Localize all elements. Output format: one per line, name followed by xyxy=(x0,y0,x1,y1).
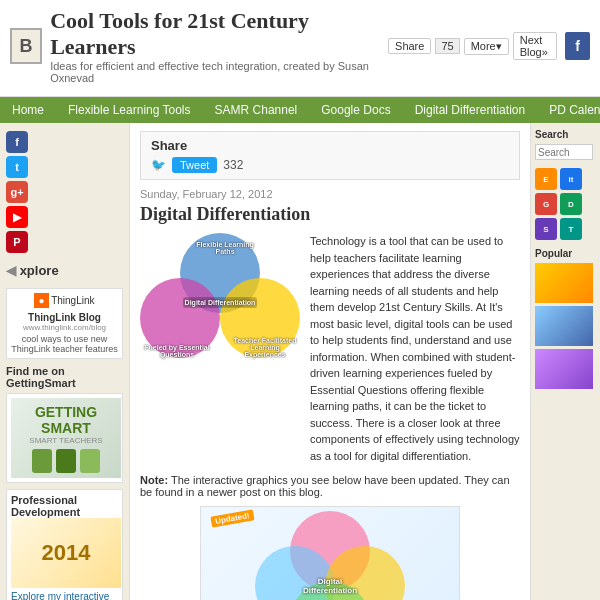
updated-badge: Updated! xyxy=(210,509,254,527)
gs-people xyxy=(32,449,100,473)
left-sidebar: f t g+ ▶ P ◀ xplore ● ThingLink ThingLin… xyxy=(0,123,130,600)
share-section: Share 🐦 Tweet 332 xyxy=(140,131,520,180)
fb-header-icon[interactable]: f xyxy=(565,32,590,60)
nav-digital-diff[interactable]: Digital Differentiation xyxy=(403,97,538,123)
prof-dev-title: Professional Development xyxy=(11,494,118,518)
rs-search-title: Search xyxy=(535,129,596,140)
layout: f t g+ ▶ P ◀ xplore ● ThingLink ThingLin… xyxy=(0,123,600,600)
explore-icon: ◀ xyxy=(6,263,16,278)
gs-person-3 xyxy=(80,449,100,473)
share-bar: Share 75 More▾ Next Blog» xyxy=(388,32,557,60)
share-button[interactable]: Share xyxy=(388,38,431,54)
pinterest-icon[interactable]: P xyxy=(6,231,28,253)
updated-venn: DigitalDifferentiation xyxy=(255,511,405,600)
thinglink-url: www.thinglink.com/blog xyxy=(11,323,118,332)
post-note: Note: The interactive graphics you see b… xyxy=(140,474,520,498)
main-content: Share 🐦 Tweet 332 Sunday, February 12, 2… xyxy=(130,123,530,600)
nav-google-docs[interactable]: Google Docs xyxy=(309,97,402,123)
getting-smart-box[interactable]: GETTING SMART SMART TEACHERS xyxy=(6,393,123,483)
calendar-image: 2014 xyxy=(11,518,121,588)
thinglink-box[interactable]: ● ThingLink ThingLink Blog www.thinglink… xyxy=(6,288,123,359)
right-sidebar: Search E it G D S T Popular xyxy=(530,123,600,600)
popular-thumb-2[interactable] xyxy=(535,306,593,346)
google-plus-icon[interactable]: g+ xyxy=(6,181,28,203)
header-text: Cool Tools for 21st Century Learners Ide… xyxy=(50,8,372,84)
rs-popular-title: Popular xyxy=(535,248,596,259)
blog-title: Cool Tools for 21st Century Learners xyxy=(50,8,372,60)
thinglink-logo: ● xyxy=(34,293,48,308)
twitter-bird-icon: 🐦 xyxy=(151,158,166,172)
thinglink-label: ThingLink xyxy=(51,295,94,306)
youtube-icon[interactable]: ▶ xyxy=(6,206,28,228)
header: B Cool Tools for 21st Century Learners I… xyxy=(0,0,600,97)
tweet-count: 332 xyxy=(223,158,243,172)
gs-person-1 xyxy=(32,449,52,473)
share-section-title: Share xyxy=(151,138,509,153)
thinglink-blog-label: ThingLink Blog xyxy=(11,312,118,323)
rs-app-6[interactable]: T xyxy=(560,218,582,240)
rs-search-section: Search xyxy=(535,129,596,160)
popular-thumb-3[interactable] xyxy=(535,349,593,389)
nav-pd-calendar[interactable]: PD Calendar xyxy=(537,97,600,123)
next-blog-button[interactable]: Next Blog» xyxy=(513,32,558,60)
thinglink-desc: cool ways to use new ThingLink teacher f… xyxy=(11,334,118,354)
getting-smart-image: GETTING SMART SMART TEACHERS xyxy=(11,398,121,478)
gs-title: GETTING SMART xyxy=(11,404,121,436)
rs-search-input[interactable] xyxy=(535,144,593,160)
post-text: Technology is a tool that can be used to… xyxy=(310,233,520,464)
venn-center-text: Digital Differentiation xyxy=(183,297,258,308)
gs-sub: SMART TEACHERS xyxy=(29,436,102,445)
rs-app-grid: E it G D S T xyxy=(535,168,596,240)
explore-label: ◀ xplore xyxy=(6,263,123,278)
rs-app-3[interactable]: G xyxy=(535,193,557,215)
rs-app-4[interactable]: D xyxy=(560,193,582,215)
header-top: B Cool Tools for 21st Century Learners I… xyxy=(10,8,590,84)
nav-home[interactable]: Home xyxy=(0,97,56,123)
rs-app-1[interactable]: E xyxy=(535,168,557,190)
rs-app-5[interactable]: S xyxy=(535,218,557,240)
tweet-button[interactable]: Tweet xyxy=(172,157,217,173)
rs-app-2[interactable]: it xyxy=(560,168,582,190)
explore-section: ◀ xplore xyxy=(6,263,123,278)
rs-apps-section: E it G D S T xyxy=(535,168,596,240)
share-count: 75 xyxy=(435,38,459,54)
post-note-text: The interactive graphics you see below h… xyxy=(140,474,510,498)
venn-center-area: Digital Differentiation xyxy=(182,277,258,327)
updated-diagram-section: Updated! DigitalDifferentiation An Updat… xyxy=(140,506,520,600)
social-icons-section: f t g+ ▶ P xyxy=(6,131,123,253)
post-title: Digital Differentiation xyxy=(140,204,520,225)
more-button[interactable]: More▾ xyxy=(464,38,509,55)
calendar-year: 2014 xyxy=(42,540,91,566)
venn-label-bottom-right: Teacher Facilitated Learning Experiences xyxy=(230,337,300,358)
venn-label-bottom-left: Fueled by Essential Questions xyxy=(142,344,212,358)
prof-dev-box: Professional Development 2014 Explore my… xyxy=(6,489,123,600)
rs-popular-section: Popular xyxy=(535,248,596,389)
popular-thumb-1[interactable] xyxy=(535,263,593,303)
venn-label-top: Flexible Learning Paths xyxy=(195,241,255,255)
post-date: Sunday, February 12, 2012 xyxy=(140,188,520,200)
nav-samr[interactable]: SAMR Channel xyxy=(203,97,310,123)
twitter-icon[interactable]: t xyxy=(6,156,28,178)
find-me-label: Find me on GettingSmart xyxy=(6,365,123,389)
gs-person-2 xyxy=(56,449,76,473)
updated-diagram: Updated! DigitalDifferentiation xyxy=(200,506,460,600)
nav-flexible[interactable]: Flexible Learning Tools xyxy=(56,97,203,123)
blog-subtitle: Ideas for efficient and effective tech i… xyxy=(50,60,372,84)
venn-diagram: Flexible Learning Paths Fueled by Essent… xyxy=(140,233,300,363)
explore-pd-link[interactable]: Explore my interactive PD calendar xyxy=(11,591,118,600)
blog-logo: B xyxy=(10,28,42,64)
updated-center-label: DigitalDifferentiation xyxy=(303,577,357,595)
main-nav: Home Flexible Learning Tools SAMR Channe… xyxy=(0,97,600,123)
post-body: Flexible Learning Paths Fueled by Essent… xyxy=(140,233,520,464)
facebook-icon[interactable]: f xyxy=(6,131,28,153)
